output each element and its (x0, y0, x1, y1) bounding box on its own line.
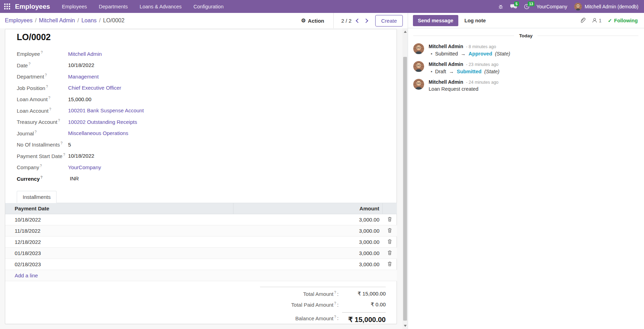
breadcrumb-current: LO/0002 (103, 17, 124, 24)
scroll-up-arrow-icon[interactable] (402, 29, 408, 34)
field-currency-value[interactable]: INR (68, 175, 79, 181)
messages-badge: 5 (514, 1, 519, 7)
field-date-value[interactable]: 10/18/2022 (68, 62, 94, 68)
installments-table: Payment Date Amount 10/18/2022 3,000.00 (5, 203, 397, 281)
record-title: LO/0002 (17, 32, 397, 42)
total-amount-value: ₹ 15,000.00 (342, 291, 386, 297)
activities-clock-icon[interactable]: 13 (524, 4, 530, 9)
user-name: Mitchell Admin (demodb) (585, 4, 638, 9)
debug-bug-icon[interactable] (498, 4, 503, 9)
delete-row-icon[interactable] (387, 217, 392, 222)
installment-date[interactable]: 12/18/2022 (5, 237, 233, 248)
scrollbar-thumb[interactable] (403, 57, 407, 321)
help-marker: ? (40, 164, 42, 168)
help-marker: ? (35, 130, 37, 134)
followers-button[interactable]: 1 (592, 18, 601, 23)
delete-row-icon[interactable] (387, 250, 392, 255)
field-treasury-account: Treasury Account?100202 Outstanding Rece… (17, 116, 397, 128)
add-a-line-link[interactable]: Add a line (5, 270, 397, 281)
form-sheet: LO/0002 Employee?Mitchell Admin Date?10/… (5, 29, 397, 324)
installment-amount[interactable]: 3,000.00 (233, 259, 382, 270)
balance-amount-row: Balance Amount?: ₹ 15,000.00 (260, 312, 386, 324)
message-avatar[interactable] (413, 79, 424, 90)
app-name[interactable]: Employees (15, 3, 50, 10)
company-switcher[interactable]: YourCompany (536, 4, 567, 9)
check-icon: ✓ (608, 18, 612, 23)
send-message-button[interactable]: Send message (413, 15, 458, 26)
field-loan-amount-value[interactable]: 15,000.00 (68, 96, 91, 102)
user-menu[interactable]: Mitchell Admin (demodb) (574, 3, 638, 10)
delete-row-icon[interactable] (387, 239, 392, 244)
action-button[interactable]: ⚙ Action (292, 17, 333, 24)
field-department-value[interactable]: Management (68, 74, 99, 80)
total-paid-amount-row: Total Paid Amount?: ₹ 0.00 (260, 301, 386, 308)
field-no-of-installments-value[interactable]: 5 (68, 142, 71, 148)
field-job-position: Job Position?Chief Executive Officer (17, 82, 397, 94)
field-job-position-value[interactable]: Chief Executive Officer (68, 85, 121, 91)
pager-next-icon[interactable] (364, 18, 368, 23)
installment-date[interactable]: 02/18/2023 (5, 259, 233, 270)
installment-amount[interactable]: 3,000.00 (233, 237, 382, 248)
control-panel: Employees / Mitchell Admin / Loans / LO/… (0, 13, 408, 28)
menu-configuration[interactable]: Configuration (193, 4, 223, 9)
column-header-amount[interactable]: Amount (233, 203, 382, 214)
help-marker: ? (334, 301, 336, 305)
create-button[interactable]: Create (375, 15, 403, 27)
total-paid-amount-value: ₹ 0.00 (342, 301, 386, 308)
field-group: Employee?Mitchell Admin Date?10/18/2022 … (17, 48, 397, 184)
message-avatar[interactable] (413, 61, 424, 72)
column-header-payment-date[interactable]: Payment Date (5, 203, 233, 214)
column-header-delete (382, 203, 397, 214)
vertical-scrollbar[interactable] (402, 28, 408, 329)
message: Mitchell Admin - 23 minutes ago • Draft … (413, 61, 638, 74)
field-employee-value[interactable]: Mitchell Admin (68, 51, 102, 57)
pager-value: 2 / 2 (341, 18, 351, 24)
help-marker: ? (63, 153, 65, 157)
menu-loans-advances[interactable]: Loans & Advances (140, 4, 182, 9)
message-timestamp: - 23 minutes ago (466, 62, 498, 67)
message-thread: Today Mitchell Admin - 8 minutes ago • S… (408, 28, 644, 96)
notebook-tabs: Installments (17, 191, 397, 203)
action-label: Action (308, 18, 324, 24)
installment-date[interactable]: 10/18/2022 (5, 214, 233, 225)
field-journal-value[interactable]: Miscellaneous Operations (68, 130, 128, 136)
installment-date[interactable]: 01/18/2023 (5, 248, 233, 259)
form-view: LO/0002 Employee?Mitchell Admin Date?10/… (0, 28, 402, 329)
installment-date[interactable]: 11/18/2022 (5, 225, 233, 237)
message-timestamp: - 24 minutes ago (466, 80, 498, 85)
field-treasury-account-value[interactable]: 100202 Outstanding Receipts (68, 119, 137, 125)
date-divider: Today (413, 33, 638, 38)
delete-row-icon[interactable] (387, 261, 392, 266)
attachment-paperclip-icon[interactable] (580, 17, 586, 24)
message-avatar[interactable] (413, 43, 424, 54)
top-navbar: Employees Employees Departments Loans & … (0, 0, 644, 13)
total-amount-row: Total Amount?: ₹ 15,000.00 (260, 291, 386, 297)
following-button[interactable]: ✓ Following (608, 18, 638, 23)
installment-amount[interactable]: 3,000.00 (233, 225, 382, 237)
messages-icon[interactable]: 5 (510, 4, 517, 9)
installment-amount[interactable]: 3,000.00 (233, 248, 382, 259)
delete-row-icon[interactable] (387, 228, 392, 233)
field-payment-start-date-value[interactable]: 10/18/2022 (68, 153, 94, 159)
installment-row: 12/18/2022 3,000.00 (5, 237, 397, 248)
apps-grid-icon[interactable] (4, 3, 10, 9)
breadcrumb-employees[interactable]: Employees (5, 17, 32, 24)
installment-row: 11/18/2022 3,000.00 (5, 225, 397, 237)
pager-previous-icon[interactable] (356, 18, 360, 23)
scroll-down-arrow-icon[interactable] (402, 323, 408, 328)
tab-installments[interactable]: Installments (17, 191, 57, 203)
menu-employees[interactable]: Employees (62, 4, 87, 9)
field-loan-account: Loan Account?100201 Bank Suspense Accoun… (17, 105, 397, 117)
breadcrumb-mitchell-admin[interactable]: Mitchell Admin (39, 17, 75, 24)
field-date: Date?10/18/2022 (17, 60, 397, 71)
message-author[interactable]: Mitchell Admin (429, 44, 463, 49)
message-author[interactable]: Mitchell Admin (429, 61, 463, 67)
breadcrumb-loans[interactable]: Loans (81, 17, 97, 24)
message-author[interactable]: Mitchell Admin (429, 79, 463, 85)
field-company-value[interactable]: YourCompany (68, 164, 101, 170)
user-avatar (574, 3, 582, 10)
menu-departments[interactable]: Departments (99, 4, 128, 9)
field-loan-account-value[interactable]: 100201 Bank Suspense Account (68, 107, 144, 113)
installment-amount[interactable]: 3,000.00 (233, 214, 382, 225)
log-note-button[interactable]: Log note (460, 15, 491, 26)
